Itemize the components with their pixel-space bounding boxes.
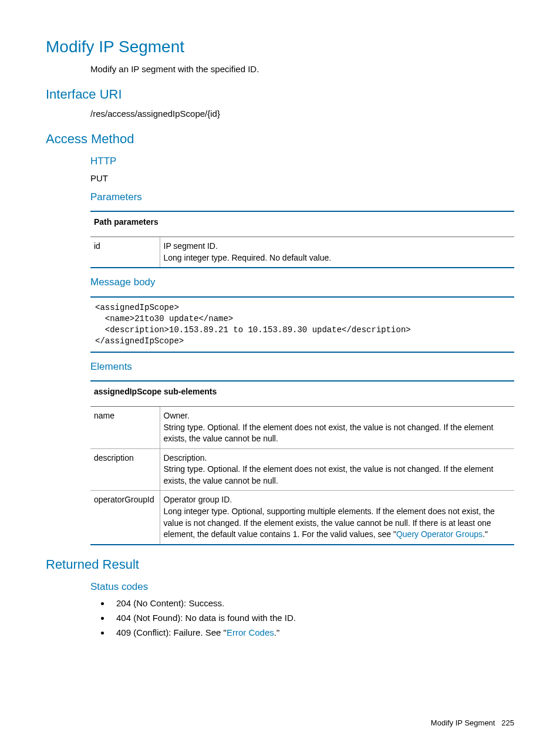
element-desc-line1: Description. <box>164 453 511 464</box>
param-name: id <box>90 237 160 268</box>
elements-heading: Elements <box>46 360 514 374</box>
list-item: 404 (Not Found): No data is found with t… <box>110 612 514 624</box>
element-desc-line2: String type. Optional. If the element do… <box>164 422 511 445</box>
element-desc-line2: Long integer type. Optional, supporting … <box>164 506 511 541</box>
query-operator-groups-link[interactable]: Query Operator Groups <box>396 529 483 539</box>
parameters-heading: Parameters <box>46 190 514 204</box>
table-row: description Description. String type. Op… <box>90 448 514 491</box>
table-row: operatorGroupId Operator group ID. Long … <box>90 491 514 545</box>
element-name: name <box>90 406 160 448</box>
element-desc-line1: Owner. <box>164 410 511 422</box>
element-desc: Description. String type. Optional. If t… <box>160 448 514 491</box>
element-name: description <box>90 448 160 491</box>
status-codes-list: 204 (No Content): Success. 404 (Not Foun… <box>90 597 514 639</box>
list-item: 409 (Conflict): Failure. See "Error Code… <box>110 626 514 639</box>
elements-table: assignedIpScope sub-elements name Owner.… <box>90 380 514 545</box>
message-body-code: <assignedIpScope> <name>21to30 update</n… <box>90 296 514 353</box>
section-interface-uri: Interface URI <box>46 86 514 104</box>
element-name: operatorGroupId <box>90 491 160 545</box>
table-header: Path parameters <box>90 211 514 237</box>
path-parameters-table: Path parameters id IP segment ID. Long i… <box>90 211 514 268</box>
element-desc: Owner. String type. Optional. If the ele… <box>160 406 514 448</box>
param-desc-line2: Long integer type. Required. No default … <box>164 252 511 264</box>
element-desc: Operator group ID. Long integer type. Op… <box>160 491 514 545</box>
footer-label: Modify IP Segment <box>431 718 495 727</box>
element-desc-line2: String type. Optional. If the element do… <box>164 464 511 487</box>
section-access-method: Access Method <box>46 130 514 148</box>
table-row: name Owner. String type. Optional. If th… <box>90 406 514 448</box>
message-body-heading: Message body <box>46 275 514 289</box>
param-desc-line1: IP segment ID. <box>164 241 511 252</box>
status-codes-heading: Status codes <box>46 580 514 594</box>
list-item: 204 (No Content): Success. <box>110 597 514 609</box>
error-codes-link[interactable]: Error Codes <box>227 627 274 637</box>
http-value: PUT <box>46 172 514 184</box>
table-header: assignedIpScope sub-elements <box>90 381 514 406</box>
table-row: id IP segment ID. Long integer type. Req… <box>90 237 514 268</box>
param-desc: IP segment ID. Long integer type. Requir… <box>160 237 514 268</box>
element-desc-line1: Operator group ID. <box>164 494 511 506</box>
interface-uri-value: /res/access/assignedIpScope/{id} <box>46 107 514 120</box>
page-title: Modify IP Segment <box>46 35 514 58</box>
intro-text: Modify an IP segment with the specified … <box>46 63 514 75</box>
page-footer: Modify IP Segment 225 <box>431 718 514 728</box>
footer-page-number: 225 <box>501 718 514 727</box>
section-returned-result: Returned Result <box>46 556 514 574</box>
http-heading: HTTP <box>46 154 514 168</box>
